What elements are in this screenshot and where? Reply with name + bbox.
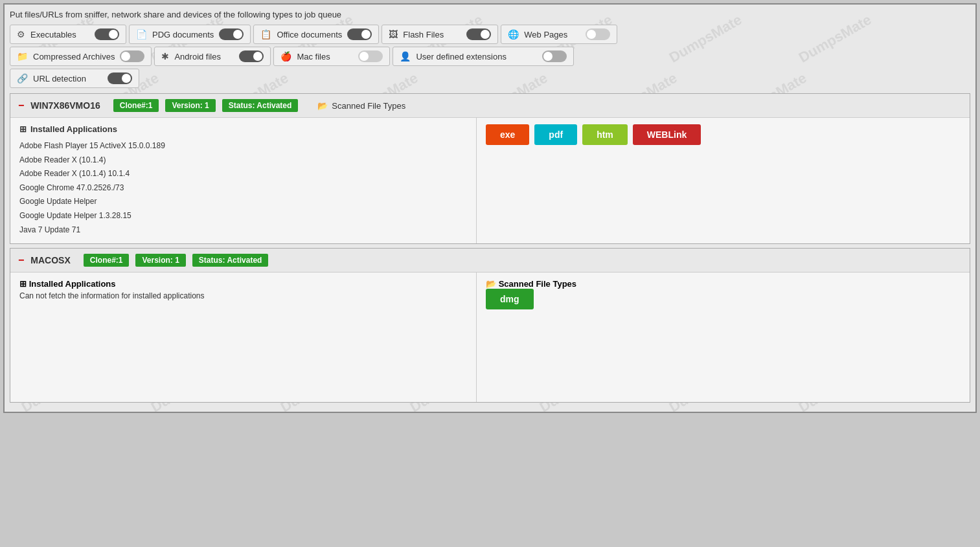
mac-label: Mac files xyxy=(297,52,353,61)
office-icon: 📋 xyxy=(260,29,271,39)
vm-macosx-section: − MACOSX Clone#:1 Version: 1 Status: Act… xyxy=(10,248,970,403)
macosx-apps-heading: ⊞ Installed Applications xyxy=(19,279,467,289)
macosx-apps-grid-icon: ⊞ xyxy=(19,279,27,289)
flash-icon: 🖼 xyxy=(389,29,398,39)
toggle-compressed[interactable]: 📁 Compressed Archives xyxy=(10,47,152,66)
url-label: URL detection xyxy=(33,74,102,84)
toggle-webpages[interactable]: 🌐 Web Pages xyxy=(501,25,617,44)
android-switch[interactable] xyxy=(239,50,264,62)
list-item: Google Chrome 47.0.2526./73 xyxy=(19,181,467,195)
webpages-switch[interactable] xyxy=(586,28,610,40)
toggle-row-1: ⚙ Executables 📄 PDG documents 📋 Office d… xyxy=(10,25,970,44)
win7-app-list: Adobe Flash Player 15 ActiveX 15.0.0.189… xyxy=(19,139,467,237)
toggle-android[interactable]: ✱ Android files xyxy=(154,47,271,66)
toggle-mac[interactable]: 🍎 Mac files xyxy=(273,47,390,66)
user-defined-switch[interactable] xyxy=(542,50,567,62)
macosx-scanned-heading: 📂 Scanned File Types xyxy=(486,279,961,289)
user-defined-icon: 👤 xyxy=(400,51,411,61)
toggle-pdg[interactable]: 📄 PDG documents xyxy=(129,25,251,44)
pdg-icon: 📄 xyxy=(136,29,147,39)
compressed-switch[interactable] xyxy=(120,50,144,62)
url-switch[interactable] xyxy=(108,73,132,84)
macosx-name: MACOSX xyxy=(30,255,70,265)
win7-apps-scroll[interactable]: Adobe Flash Player 15 ActiveX 15.0.0.189… xyxy=(19,139,467,237)
compressed-icon: 📁 xyxy=(17,51,28,61)
executables-switch[interactable] xyxy=(95,28,119,40)
list-item: Google Update Helper 1.3.28.15 xyxy=(19,209,467,223)
flash-label: Flash Files xyxy=(403,30,461,39)
ft-weblink-badge[interactable]: WEBLink xyxy=(633,124,701,145)
android-icon: ✱ xyxy=(161,51,169,61)
mac-switch[interactable] xyxy=(358,50,383,62)
vm-macosx-header: − MACOSX Clone#:1 Version: 1 Status: Act… xyxy=(10,249,970,273)
toggle-url[interactable]: 🔗 URL detection xyxy=(10,69,139,88)
toggle-row-2: 📁 Compressed Archives ✱ Android files 🍎 … xyxy=(10,47,970,66)
list-item: Adobe Flash Player 15 ActiveX 15.0.0.189 xyxy=(19,139,467,153)
macosx-installed-apps: ⊞ Installed Applications Can not fetch t… xyxy=(10,273,477,402)
office-switch[interactable] xyxy=(347,28,372,40)
scanned-file-types-icon: 📂 xyxy=(317,101,328,111)
android-label: Android files xyxy=(174,52,234,61)
macosx-clone-badge: Clone#:1 xyxy=(84,254,130,267)
toggle-flash[interactable]: 🖼 Flash Files xyxy=(382,25,498,44)
list-item: Adobe Reader X (10.1.4) xyxy=(19,153,467,168)
pdg-switch[interactable] xyxy=(219,28,244,40)
win7-collapse-btn[interactable]: − xyxy=(18,100,24,111)
compressed-label: Compressed Archives xyxy=(33,52,115,61)
win7-status-badge: Status: Activated xyxy=(222,99,299,112)
win7-scanned-types: exe pdf htm WEBLink xyxy=(477,118,970,243)
list-item: Google Update Helper xyxy=(19,195,467,209)
list-item: Java 7 Update 71 xyxy=(19,223,467,238)
macosx-body: ⊞ Installed Applications Can not fetch t… xyxy=(10,273,970,402)
mac-icon: 🍎 xyxy=(280,51,291,61)
url-icon: 🔗 xyxy=(17,73,28,84)
ft-dmg-badge[interactable]: dmg xyxy=(486,289,534,309)
win7-body: ⊞ Installed Applications Adobe Flash Pla… xyxy=(10,118,970,243)
macosx-scanned-types: 📂 Scanned File Types dmg xyxy=(477,273,970,402)
list-item: Adobe Reader X (10.1.4) 10.1.4 xyxy=(19,167,467,181)
vm-win7-header: − WIN7X86VMO16 Clone#:1 Version: 1 Statu… xyxy=(10,94,970,118)
pdg-label: PDG documents xyxy=(152,30,214,39)
macosx-collapse-btn[interactable]: − xyxy=(18,254,24,266)
toggle-rows: ⚙ Executables 📄 PDG documents 📋 Office d… xyxy=(10,25,970,88)
macosx-scanned-icon: 📂 xyxy=(486,279,496,289)
apps-grid-icon: ⊞ xyxy=(19,124,27,134)
win7-clone-badge: Clone#:1 xyxy=(113,99,159,112)
toggle-office[interactable]: 📋 Office documents xyxy=(253,25,379,44)
cannot-fetch-text: Can not fetch the information for instal… xyxy=(19,289,467,303)
office-label: Office documents xyxy=(277,30,342,39)
executables-icon: ⚙ xyxy=(17,29,25,39)
win7-scanned-label: 📂 Scanned File Types xyxy=(317,101,405,111)
win7-file-type-badges: exe pdf htm WEBLink xyxy=(486,124,961,145)
macosx-file-type-badges: dmg xyxy=(486,289,961,309)
executables-label: Executables xyxy=(30,30,89,39)
ft-exe-badge[interactable]: exe xyxy=(486,124,529,145)
macosx-status-badge: Status: Activated xyxy=(192,254,269,267)
user-defined-label: User defined extensions xyxy=(416,52,537,61)
webpages-icon: 🌐 xyxy=(508,29,519,39)
webpages-label: Web Pages xyxy=(524,30,580,39)
ft-htm-badge[interactable]: htm xyxy=(582,124,628,145)
vm-win7-section: − WIN7X86VMO16 Clone#:1 Version: 1 Statu… xyxy=(10,93,970,244)
win7-version-badge: Version: 1 xyxy=(165,99,215,112)
main-container: DumpsMate DumpsMate DumpsMate DumpsMate … xyxy=(3,3,977,413)
header-description: Put files/URLs from sniffer, network sha… xyxy=(10,10,970,19)
ft-pdf-badge[interactable]: pdf xyxy=(534,124,577,145)
win7-installed-apps: ⊞ Installed Applications Adobe Flash Pla… xyxy=(10,118,477,243)
toggle-row-3: 🔗 URL detection xyxy=(10,69,970,88)
flash-switch[interactable] xyxy=(466,28,491,40)
win7-apps-heading: ⊞ Installed Applications xyxy=(19,124,467,134)
win7-name: WIN7X86VMO16 xyxy=(30,100,100,111)
macosx-version-badge: Version: 1 xyxy=(135,254,185,267)
toggle-executables[interactable]: ⚙ Executables xyxy=(10,25,126,44)
toggle-user-defined[interactable]: 👤 User defined extensions xyxy=(393,47,574,66)
